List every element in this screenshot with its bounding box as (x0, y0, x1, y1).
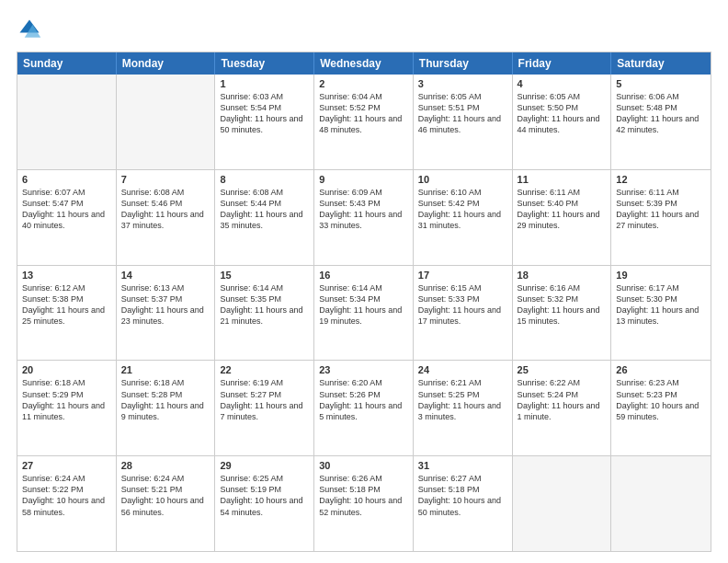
day-cell-17: 17Sunrise: 6:15 AMSunset: 5:33 PMDayligh… (414, 266, 513, 361)
day-info: Sunrise: 6:14 AMSunset: 5:35 PMDaylight:… (220, 282, 309, 327)
day-number: 30 (319, 460, 408, 471)
day-number: 27 (22, 460, 111, 471)
day-info: Sunrise: 6:16 AMSunset: 5:32 PMDaylight:… (518, 282, 607, 327)
page: SundayMondayTuesdayWednesdayThursdayFrid… (0, 0, 728, 563)
day-info: Sunrise: 6:21 AMSunset: 5:25 PMDaylight:… (418, 377, 507, 422)
weekday-header-tuesday: Tuesday (215, 52, 314, 75)
day-number: 7 (121, 174, 210, 185)
week-row-2: 6Sunrise: 6:07 AMSunset: 5:47 PMDaylight… (17, 170, 711, 266)
day-info: Sunrise: 6:08 AMSunset: 5:46 PMDaylight:… (121, 187, 210, 232)
day-info: Sunrise: 6:20 AMSunset: 5:26 PMDaylight:… (319, 377, 408, 422)
day-number: 6 (22, 174, 111, 185)
day-number: 21 (121, 364, 210, 375)
day-number: 15 (220, 270, 309, 281)
day-info: Sunrise: 6:08 AMSunset: 5:44 PMDaylight:… (220, 187, 309, 232)
day-info: Sunrise: 6:11 AMSunset: 5:39 PMDaylight:… (616, 187, 706, 232)
day-number: 17 (418, 270, 507, 281)
day-cell-21: 21Sunrise: 6:18 AMSunset: 5:28 PMDayligh… (117, 361, 216, 455)
weekday-header-sunday: Sunday (17, 52, 117, 75)
day-cell-16: 16Sunrise: 6:14 AMSunset: 5:34 PMDayligh… (314, 266, 414, 361)
day-number: 19 (616, 270, 706, 281)
empty-cell (17, 75, 117, 169)
day-cell-6: 6Sunrise: 6:07 AMSunset: 5:47 PMDaylight… (17, 170, 117, 265)
day-number: 29 (220, 460, 309, 471)
day-info: Sunrise: 6:24 AMSunset: 5:21 PMDaylight:… (121, 473, 210, 518)
day-cell-2: 2Sunrise: 6:04 AMSunset: 5:52 PMDaylight… (314, 75, 414, 169)
day-cell-19: 19Sunrise: 6:17 AMSunset: 5:30 PMDayligh… (611, 266, 711, 361)
day-cell-15: 15Sunrise: 6:14 AMSunset: 5:35 PMDayligh… (215, 266, 314, 361)
day-info: Sunrise: 6:09 AMSunset: 5:43 PMDaylight:… (319, 187, 408, 232)
weekday-header-friday: Friday (513, 52, 612, 75)
day-cell-10: 10Sunrise: 6:10 AMSunset: 5:42 PMDayligh… (414, 170, 513, 265)
day-cell-31: 31Sunrise: 6:27 AMSunset: 5:18 PMDayligh… (414, 456, 513, 551)
day-number: 12 (616, 174, 706, 185)
day-cell-28: 28Sunrise: 6:24 AMSunset: 5:21 PMDayligh… (117, 456, 216, 551)
day-info: Sunrise: 6:03 AMSunset: 5:54 PMDaylight:… (220, 91, 309, 136)
day-cell-9: 9Sunrise: 6:09 AMSunset: 5:43 PMDaylight… (314, 170, 414, 265)
day-cell-4: 4Sunrise: 6:05 AMSunset: 5:50 PMDaylight… (513, 75, 612, 169)
day-number: 25 (518, 364, 607, 375)
day-cell-23: 23Sunrise: 6:20 AMSunset: 5:26 PMDayligh… (314, 361, 414, 455)
day-info: Sunrise: 6:27 AMSunset: 5:18 PMDaylight:… (418, 473, 507, 518)
day-number: 4 (518, 78, 607, 89)
day-number: 5 (616, 78, 706, 89)
day-number: 10 (418, 174, 507, 185)
day-number: 14 (121, 270, 210, 281)
day-cell-12: 12Sunrise: 6:11 AMSunset: 5:39 PMDayligh… (611, 170, 711, 265)
day-cell-18: 18Sunrise: 6:16 AMSunset: 5:32 PMDayligh… (513, 266, 612, 361)
general-blue-logo-icon (17, 17, 42, 42)
day-info: Sunrise: 6:05 AMSunset: 5:51 PMDaylight:… (418, 91, 507, 136)
logo (17, 17, 46, 42)
day-cell-22: 22Sunrise: 6:19 AMSunset: 5:27 PMDayligh… (215, 361, 314, 455)
day-info: Sunrise: 6:18 AMSunset: 5:29 PMDaylight:… (22, 377, 111, 422)
day-info: Sunrise: 6:10 AMSunset: 5:42 PMDaylight:… (418, 187, 507, 232)
weekday-header-monday: Monday (117, 52, 216, 75)
day-cell-27: 27Sunrise: 6:24 AMSunset: 5:22 PMDayligh… (17, 456, 117, 551)
day-number: 3 (418, 78, 507, 89)
day-info: Sunrise: 6:06 AMSunset: 5:48 PMDaylight:… (616, 91, 706, 136)
week-row-1: 1Sunrise: 6:03 AMSunset: 5:54 PMDaylight… (17, 75, 711, 170)
empty-cell (611, 456, 711, 551)
day-number: 11 (518, 174, 607, 185)
day-cell-14: 14Sunrise: 6:13 AMSunset: 5:37 PMDayligh… (117, 266, 216, 361)
day-info: Sunrise: 6:24 AMSunset: 5:22 PMDaylight:… (22, 473, 111, 518)
day-info: Sunrise: 6:26 AMSunset: 5:18 PMDaylight:… (319, 473, 408, 518)
weekday-header-thursday: Thursday (414, 52, 513, 75)
day-cell-7: 7Sunrise: 6:08 AMSunset: 5:46 PMDaylight… (117, 170, 216, 265)
day-cell-3: 3Sunrise: 6:05 AMSunset: 5:51 PMDaylight… (414, 75, 513, 169)
day-info: Sunrise: 6:25 AMSunset: 5:19 PMDaylight:… (220, 473, 309, 518)
day-info: Sunrise: 6:14 AMSunset: 5:34 PMDaylight:… (319, 282, 408, 327)
week-row-5: 27Sunrise: 6:24 AMSunset: 5:22 PMDayligh… (17, 456, 711, 551)
day-number: 28 (121, 460, 210, 471)
day-number: 16 (319, 270, 408, 281)
weekday-header-wednesday: Wednesday (314, 52, 414, 75)
week-row-3: 13Sunrise: 6:12 AMSunset: 5:38 PMDayligh… (17, 266, 711, 362)
day-number: 24 (418, 364, 507, 375)
day-info: Sunrise: 6:23 AMSunset: 5:23 PMDaylight:… (616, 377, 706, 422)
weekday-header-saturday: Saturday (611, 52, 711, 75)
day-cell-13: 13Sunrise: 6:12 AMSunset: 5:38 PMDayligh… (17, 266, 117, 361)
day-info: Sunrise: 6:18 AMSunset: 5:28 PMDaylight:… (121, 377, 210, 422)
day-cell-30: 30Sunrise: 6:26 AMSunset: 5:18 PMDayligh… (314, 456, 414, 551)
day-cell-5: 5Sunrise: 6:06 AMSunset: 5:48 PMDaylight… (611, 75, 711, 169)
day-info: Sunrise: 6:07 AMSunset: 5:47 PMDaylight:… (22, 187, 111, 232)
day-number: 20 (22, 364, 111, 375)
day-cell-29: 29Sunrise: 6:25 AMSunset: 5:19 PMDayligh… (215, 456, 314, 551)
day-cell-26: 26Sunrise: 6:23 AMSunset: 5:23 PMDayligh… (611, 361, 711, 455)
day-cell-11: 11Sunrise: 6:11 AMSunset: 5:40 PMDayligh… (513, 170, 612, 265)
day-number: 22 (220, 364, 309, 375)
day-info: Sunrise: 6:13 AMSunset: 5:37 PMDaylight:… (121, 282, 210, 327)
day-number: 23 (319, 364, 408, 375)
calendar-header: SundayMondayTuesdayWednesdayThursdayFrid… (17, 52, 711, 75)
day-info: Sunrise: 6:15 AMSunset: 5:33 PMDaylight:… (418, 282, 507, 327)
calendar: SundayMondayTuesdayWednesdayThursdayFrid… (17, 52, 711, 552)
week-row-4: 20Sunrise: 6:18 AMSunset: 5:29 PMDayligh… (17, 361, 711, 456)
calendar-body: 1Sunrise: 6:03 AMSunset: 5:54 PMDaylight… (17, 75, 711, 551)
day-cell-1: 1Sunrise: 6:03 AMSunset: 5:54 PMDaylight… (215, 75, 314, 169)
day-number: 18 (518, 270, 607, 281)
day-info: Sunrise: 6:11 AMSunset: 5:40 PMDaylight:… (518, 187, 607, 232)
day-number: 13 (22, 270, 111, 281)
day-number: 2 (319, 78, 408, 89)
empty-cell (513, 456, 612, 551)
day-number: 1 (220, 78, 309, 89)
